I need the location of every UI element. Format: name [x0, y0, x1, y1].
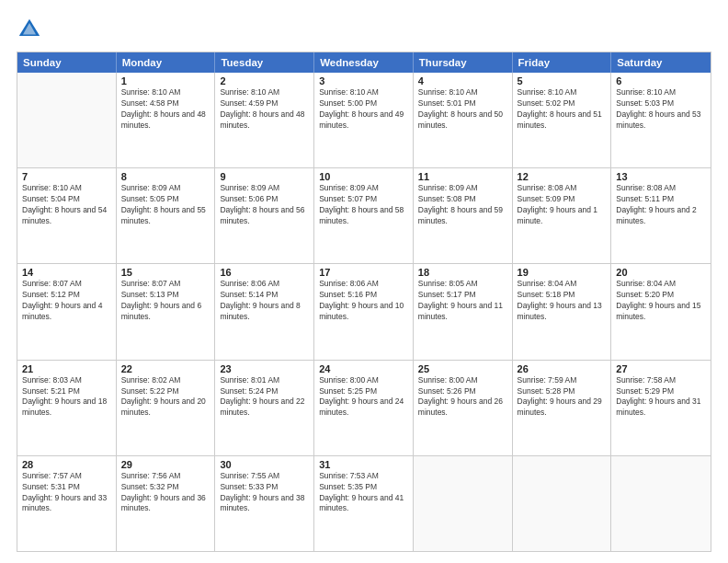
day-number: 14 [22, 267, 111, 278]
calendar-cell: 21Sunrise: 8:03 AM Sunset: 5:21 PM Dayli… [17, 361, 117, 455]
day-number: 17 [319, 267, 408, 278]
day-info: Sunrise: 8:06 AM Sunset: 5:16 PM Dayligh… [319, 279, 408, 323]
calendar-cell: 9Sunrise: 8:09 AM Sunset: 5:06 PM Daylig… [215, 168, 314, 263]
day-number: 2 [220, 75, 309, 86]
day-number: 13 [616, 171, 706, 182]
day-number: 23 [220, 363, 309, 374]
day-info: Sunrise: 7:59 AM Sunset: 5:28 PM Dayligh… [518, 375, 607, 419]
day-info: Sunrise: 7:57 AM Sunset: 5:31 PM Dayligh… [22, 471, 111, 515]
day-number: 7 [22, 171, 111, 182]
weekday-header: Sunday [17, 52, 117, 73]
day-info: Sunrise: 8:09 AM Sunset: 5:07 PM Dayligh… [319, 183, 408, 227]
logo-icon [17, 17, 42, 42]
weekday-header: Saturday [611, 52, 711, 73]
calendar-cell: 27Sunrise: 7:58 AM Sunset: 5:29 PM Dayli… [611, 361, 711, 455]
calendar-cell: 11Sunrise: 8:09 AM Sunset: 5:08 PM Dayli… [414, 168, 513, 263]
weekday-header: Wednesday [314, 52, 414, 73]
calendar-cell: 10Sunrise: 8:09 AM Sunset: 5:07 PM Dayli… [314, 168, 414, 263]
day-info: Sunrise: 8:10 AM Sunset: 5:02 PM Dayligh… [518, 87, 607, 132]
day-number: 9 [220, 171, 309, 182]
day-info: Sunrise: 8:04 AM Sunset: 5:18 PM Dayligh… [518, 279, 607, 323]
day-info: Sunrise: 8:10 AM Sunset: 5:03 PM Dayligh… [616, 87, 706, 132]
calendar: SundayMondayTuesdayWednesdayThursdayFrid… [17, 52, 711, 552]
day-number: 27 [616, 363, 706, 374]
calendar-cell: 28Sunrise: 7:57 AM Sunset: 5:31 PM Dayli… [17, 456, 117, 551]
day-number: 3 [319, 75, 408, 86]
calendar-row: 1Sunrise: 8:10 AM Sunset: 4:58 PM Daylig… [17, 73, 711, 167]
calendar-cell [414, 456, 513, 551]
calendar-cell: 12Sunrise: 8:08 AM Sunset: 5:09 PM Dayli… [513, 168, 612, 263]
calendar-row: 28Sunrise: 7:57 AM Sunset: 5:31 PM Dayli… [17, 455, 711, 551]
weekday-header: Thursday [414, 52, 513, 73]
day-info: Sunrise: 8:02 AM Sunset: 5:22 PM Dayligh… [121, 375, 210, 419]
calendar-cell: 5Sunrise: 8:10 AM Sunset: 5:02 PM Daylig… [513, 73, 612, 167]
day-number: 8 [121, 171, 210, 182]
calendar-cell: 16Sunrise: 8:06 AM Sunset: 5:14 PM Dayli… [215, 264, 314, 359]
calendar-cell: 15Sunrise: 8:07 AM Sunset: 5:13 PM Dayli… [117, 264, 216, 359]
calendar-cell: 8Sunrise: 8:09 AM Sunset: 5:05 PM Daylig… [117, 168, 216, 263]
calendar-cell: 17Sunrise: 8:06 AM Sunset: 5:16 PM Dayli… [314, 264, 414, 359]
calendar-cell: 18Sunrise: 8:05 AM Sunset: 5:17 PM Dayli… [414, 264, 513, 359]
day-number: 19 [518, 267, 607, 278]
calendar-cell [17, 73, 117, 167]
day-number: 20 [616, 267, 706, 278]
calendar-cell: 30Sunrise: 7:55 AM Sunset: 5:33 PM Dayli… [215, 456, 314, 551]
calendar-cell: 4Sunrise: 8:10 AM Sunset: 5:01 PM Daylig… [414, 73, 513, 167]
calendar-cell: 14Sunrise: 8:07 AM Sunset: 5:12 PM Dayli… [17, 264, 117, 359]
day-number: 26 [518, 363, 607, 374]
calendar-cell [611, 456, 711, 551]
day-number: 5 [518, 75, 607, 86]
day-info: Sunrise: 8:07 AM Sunset: 5:13 PM Dayligh… [121, 279, 210, 323]
day-info: Sunrise: 8:01 AM Sunset: 5:24 PM Dayligh… [220, 375, 309, 419]
calendar-cell: 19Sunrise: 8:04 AM Sunset: 5:18 PM Dayli… [513, 264, 612, 359]
day-info: Sunrise: 8:04 AM Sunset: 5:20 PM Dayligh… [616, 279, 706, 323]
day-number: 18 [418, 267, 507, 278]
day-number: 6 [616, 75, 706, 86]
day-number: 15 [121, 267, 210, 278]
calendar-row: 7Sunrise: 8:10 AM Sunset: 5:04 PM Daylig… [17, 167, 711, 263]
calendar-cell: 7Sunrise: 8:10 AM Sunset: 5:04 PM Daylig… [17, 168, 117, 263]
day-info: Sunrise: 7:53 AM Sunset: 5:35 PM Dayligh… [319, 471, 408, 515]
day-number: 28 [22, 459, 111, 470]
header [17, 17, 711, 42]
day-info: Sunrise: 8:10 AM Sunset: 4:59 PM Dayligh… [220, 87, 309, 132]
day-number: 21 [22, 363, 111, 374]
calendar-cell: 26Sunrise: 7:59 AM Sunset: 5:28 PM Dayli… [513, 361, 612, 455]
day-info: Sunrise: 8:09 AM Sunset: 5:05 PM Dayligh… [121, 183, 210, 227]
day-info: Sunrise: 8:08 AM Sunset: 5:11 PM Dayligh… [616, 183, 706, 227]
day-info: Sunrise: 8:03 AM Sunset: 5:21 PM Dayligh… [22, 375, 111, 419]
calendar-cell: 31Sunrise: 7:53 AM Sunset: 5:35 PM Dayli… [314, 456, 414, 551]
day-number: 24 [319, 363, 408, 374]
day-info: Sunrise: 8:06 AM Sunset: 5:14 PM Dayligh… [220, 279, 309, 323]
calendar-cell: 13Sunrise: 8:08 AM Sunset: 5:11 PM Dayli… [611, 168, 711, 263]
calendar-row: 21Sunrise: 8:03 AM Sunset: 5:21 PM Dayli… [17, 360, 711, 455]
day-number: 4 [418, 75, 507, 86]
day-info: Sunrise: 8:10 AM Sunset: 5:00 PM Dayligh… [319, 87, 408, 132]
calendar-cell: 22Sunrise: 8:02 AM Sunset: 5:22 PM Dayli… [117, 361, 216, 455]
day-info: Sunrise: 8:00 AM Sunset: 5:26 PM Dayligh… [418, 375, 507, 419]
day-number: 31 [319, 459, 408, 470]
day-info: Sunrise: 8:05 AM Sunset: 5:17 PM Dayligh… [418, 279, 507, 323]
day-info: Sunrise: 8:09 AM Sunset: 5:08 PM Dayligh… [418, 183, 507, 227]
calendar-cell: 24Sunrise: 8:00 AM Sunset: 5:25 PM Dayli… [314, 361, 414, 455]
calendar-body: 1Sunrise: 8:10 AM Sunset: 4:58 PM Daylig… [17, 73, 711, 551]
day-info: Sunrise: 8:07 AM Sunset: 5:12 PM Dayligh… [22, 279, 111, 323]
weekday-header: Tuesday [215, 52, 314, 73]
day-number: 12 [518, 171, 607, 182]
calendar-cell: 29Sunrise: 7:56 AM Sunset: 5:32 PM Dayli… [117, 456, 216, 551]
calendar-cell [513, 456, 612, 551]
calendar-cell: 2Sunrise: 8:10 AM Sunset: 4:59 PM Daylig… [215, 73, 314, 167]
day-number: 25 [418, 363, 507, 374]
day-info: Sunrise: 8:10 AM Sunset: 4:58 PM Dayligh… [121, 87, 210, 132]
day-number: 10 [319, 171, 408, 182]
calendar-cell: 3Sunrise: 8:10 AM Sunset: 5:00 PM Daylig… [314, 73, 414, 167]
day-number: 29 [121, 459, 210, 470]
calendar-row: 14Sunrise: 8:07 AM Sunset: 5:12 PM Dayli… [17, 263, 711, 359]
day-info: Sunrise: 7:58 AM Sunset: 5:29 PM Dayligh… [616, 375, 706, 419]
calendar-cell: 6Sunrise: 8:10 AM Sunset: 5:03 PM Daylig… [611, 73, 711, 167]
logo [17, 17, 46, 42]
day-info: Sunrise: 8:10 AM Sunset: 5:04 PM Dayligh… [22, 183, 111, 227]
calendar-cell: 25Sunrise: 8:00 AM Sunset: 5:26 PM Dayli… [414, 361, 513, 455]
day-number: 16 [220, 267, 309, 278]
day-info: Sunrise: 8:00 AM Sunset: 5:25 PM Dayligh… [319, 375, 408, 419]
